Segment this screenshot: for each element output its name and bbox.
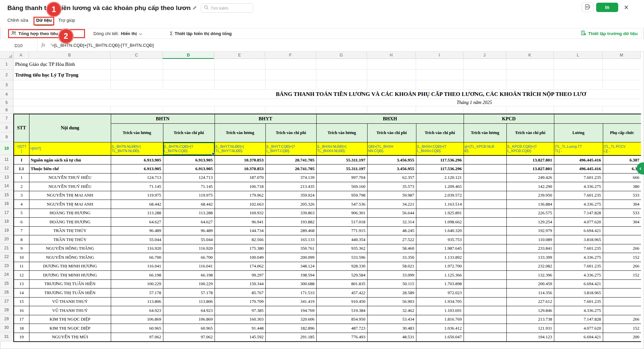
cell-value[interactable]: 928.330 [316,262,367,271]
cell-value[interactable]: 97.062 [111,333,163,342]
cell-value[interactable]: 4.336.275 [554,306,603,315]
cell-name[interactable]: NGUYỄN THỊ MAI ANH [29,200,111,209]
column-header[interactable]: D [163,51,214,59]
row-header[interactable]: 5 [0,99,13,106]
cell-value[interactable]: 142.290 [506,182,554,191]
cell-value[interactable]: 972.023 [416,288,464,298]
row-header[interactable]: 26 [0,288,13,297]
sheet-title-cell[interactable]: BẢNG THANH TOÁN TIỀN LƯƠNG VÀ CÁC KHOẢN … [276,91,586,98]
cell-value[interactable]: 440.354 [316,235,367,244]
sheet-subtitle-cell[interactable]: Tháng 1 năm 2025 [457,100,492,105]
cell-value[interactable]: 117.536.296 [416,164,464,173]
cell-value[interactable]: 200.459 [506,279,554,288]
cell-value[interactable]: 3.456.955 [367,155,416,164]
cell-value[interactable]: 4.336.275 [554,271,603,280]
row-header[interactable]: 21 [0,244,13,253]
cell-value[interactable]: 66.700 [163,253,215,262]
cell-value[interactable]: 4.336.275 [554,182,603,191]
cell-value[interactable]: 121.931 [506,324,554,333]
header-sub[interactable]: Trích vào chi phí [265,123,316,142]
cell-value[interactable]: 266 [603,315,641,324]
cell-stt[interactable]: I.1 [14,164,29,173]
cell-value[interactable]: 13.827.801 [506,164,554,173]
row-header[interactable]: 27 [0,297,13,306]
cell-value[interactable]: 339.863 [265,209,316,218]
cell-value[interactable]: 10.370.853 [215,164,265,173]
formula-cell[interactable]: [TL_TL.Luong.TT TL] - [554,142,603,155]
cell-value[interactable]: 1.650.047 [416,333,464,342]
cell-value[interactable]: 289.468 [265,226,316,235]
cell-value[interactable]: 4.077.620 [554,324,603,333]
cell-stt[interactable]: 18 [14,324,29,333]
cell-value[interactable]: 119.975 [111,191,163,200]
cell-value[interactable] [603,226,641,235]
cell-value[interactable]: 4.336.275 [554,200,603,209]
cell-value[interactable]: 96.941 [215,218,265,227]
column-header[interactable]: H [367,51,416,59]
cell-value[interactable]: 55.044 [163,235,215,244]
cell-value[interactable]: 179.962 [215,191,265,200]
cell-value[interactable]: 99.297 [215,271,265,280]
cell-stt[interactable]: 12 [14,271,29,280]
cell-value[interactable] [464,315,506,324]
cell-value[interactable] [603,306,641,315]
formula-cell[interactable]: [L_KPCĐ.CQĐ]+[T L_KPCĐ.CQĐ]- [506,142,554,155]
cell-value[interactable]: 359.924 [265,191,316,200]
cell-value[interactable]: 152 [603,324,641,333]
cell-value[interactable]: 124.713 [163,173,215,182]
cell-value[interactable] [464,200,506,209]
cell-name[interactable]: NGUYỄN HỒNG THẮNG [29,253,111,262]
cell-value[interactable]: 6.913.905 [111,155,163,164]
cell-value[interactable]: 320.606 [265,315,316,324]
cell-value[interactable]: 106.869 [163,315,215,324]
row-header[interactable]: 18 [0,217,13,226]
cell-value[interactable]: 666 [603,173,641,182]
cell-value[interactable]: 348.124 [265,262,316,271]
cell-value[interactable]: 249.426 [506,173,554,182]
cell-value[interactable]: 28.589 [367,288,416,298]
cell-value[interactable]: 213.738 [506,315,554,324]
cell-value[interactable]: 102.663 [215,200,265,209]
cell-name[interactable]: DƯƠNG THỊ MINH HƯƠNG [29,262,111,271]
row-header[interactable]: 4 [0,90,13,99]
cell-value[interactable]: 35.573 [367,182,416,191]
cell-value[interactable]: 233.841 [506,244,554,253]
row-header[interactable]: 19 [0,226,13,235]
cell-value[interactable]: 1.934.705 [416,297,464,306]
cell-value[interactable]: 64.627 [163,218,215,227]
cell-value[interactable]: 213.435 [265,182,316,191]
cell-value[interactable]: 32.314 [367,218,416,227]
cell-value[interactable]: 106.718 [215,182,265,191]
cell-value[interactable]: 56.644 [367,209,416,218]
row-header[interactable]: 15 [0,191,13,200]
cell-value[interactable]: 20.741.705 [265,155,316,164]
cell-value[interactable]: 6.913.905 [163,155,215,164]
header-sub[interactable]: Trích vào lương [215,123,265,142]
cell-value[interactable]: 100.229 [111,279,163,288]
cell-value[interactable]: 6.913.905 [111,164,163,173]
cell-value[interactable]: 66.198 [111,271,163,280]
cell-value[interactable]: 175.380 [215,244,265,253]
cell-value[interactable]: 6.694.421 [554,226,603,235]
cell-value[interactable]: 30.483 [367,324,416,333]
cell-value[interactable]: 533 [603,191,641,200]
cell-value[interactable]: 200.099 [265,253,316,262]
cell-value[interactable]: 6.694.421 [554,333,603,342]
cell-stt[interactable]: 6 [14,218,29,227]
cell-value[interactable] [603,279,641,288]
header-sub[interactable]: Trích vào chi phí [163,123,215,142]
row-header[interactable]: 14 [0,182,13,191]
cell-value[interactable]: 33.099 [367,271,416,280]
formula-cell[interactable]: g]+[TL_KPCĐ.NLĐ Đ]- [464,142,506,155]
row-header[interactable]: 23 [0,261,13,270]
cell-value[interactable]: 192.979 [506,226,554,235]
cell-value[interactable]: 374.139 [265,173,316,182]
cell-value[interactable]: 114.356 [506,288,554,298]
cell-value[interactable]: 13.827.801 [506,155,554,164]
cell-value[interactable]: 169.932 [215,209,265,218]
cell-value[interactable]: 160.303 [215,315,265,324]
column-header[interactable]: J [463,51,506,59]
cell-value[interactable]: 1.703.898 [416,279,464,288]
cell-value[interactable]: 59.987 [367,191,416,200]
cell-value[interactable]: 100.049 [215,253,265,262]
